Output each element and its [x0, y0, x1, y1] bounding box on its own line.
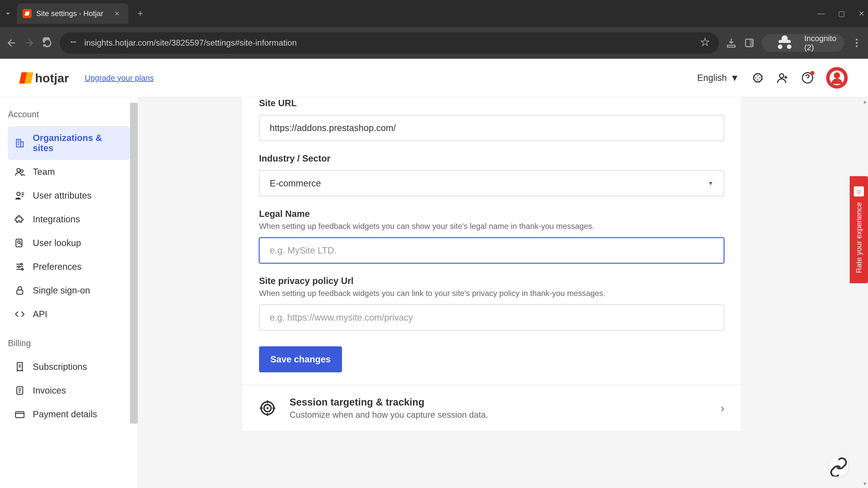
sidebar-item-label: Subscriptions: [33, 362, 87, 372]
svg-point-5: [856, 42, 858, 44]
sidebar-item-invoices[interactable]: Invoices: [8, 379, 130, 402]
chevron-down-icon: ▼: [708, 180, 714, 187]
svg-rect-11: [21, 142, 23, 147]
window-maximize-icon[interactable]: ▢: [838, 9, 845, 18]
invite-user-icon[interactable]: [776, 72, 789, 84]
team-icon: [15, 167, 25, 177]
feedback-tab[interactable]: Rate your experience ☺: [850, 176, 868, 283]
header-actions: English ▼: [697, 67, 848, 89]
svg-point-9: [834, 72, 840, 78]
app-body: Account Organizations & sites Team User …: [0, 97, 868, 488]
browser-toolbar: insights.hotjar.com/site/3825597/setting…: [0, 27, 868, 59]
sidebar-heading-account: Account: [8, 104, 130, 126]
card-icon: [15, 409, 25, 419]
invoice-icon: [15, 385, 25, 396]
site-url-input[interactable]: [259, 115, 724, 141]
save-button[interactable]: Save changes: [259, 346, 342, 372]
sidebar-item-label: User lookup: [33, 238, 81, 248]
sliders-icon: [15, 262, 25, 272]
url-bar[interactable]: insights.hotjar.com/site/3825597/setting…: [60, 32, 719, 54]
bookmark-icon[interactable]: [700, 37, 710, 49]
user-attributes-icon: [15, 191, 25, 201]
sidebar-item-team[interactable]: Team: [8, 160, 130, 184]
sidebar-heading-billing: Billing: [8, 333, 130, 355]
sidebar-item-label: Team: [33, 167, 55, 177]
integrations-icon[interactable]: [752, 72, 764, 84]
sidebar-scrollbar[interactable]: [130, 103, 138, 424]
tab-close-icon[interactable]: ×: [115, 9, 119, 18]
nav-reload-icon[interactable]: [42, 37, 53, 48]
legal-name-sublabel: When setting up feedback widgets you can…: [259, 222, 724, 231]
lookup-icon: [15, 238, 25, 248]
url-text: insights.hotjar.com/site/3825597/setting…: [84, 38, 693, 48]
sidebar-item-label: User attributes: [33, 191, 92, 201]
puzzle-icon: [15, 214, 25, 224]
incognito-badge[interactable]: Incognito (2): [762, 34, 844, 52]
site-info-icon[interactable]: [69, 38, 78, 48]
nav-back-icon[interactable]: [6, 37, 17, 48]
industry-select[interactable]: E-commerce ▼: [259, 170, 724, 196]
browser-tab[interactable]: Site settings - Hotjar ×: [17, 3, 128, 24]
sidebar-item-preferences[interactable]: Preferences: [8, 255, 130, 279]
svg-point-16: [18, 241, 20, 243]
scroll-down-icon[interactable]: ▾: [864, 481, 866, 487]
upgrade-link[interactable]: Upgrade your plans: [85, 73, 154, 83]
sidebar-item-label: Organizations & sites: [33, 133, 123, 153]
avatar-icon: [830, 70, 844, 85]
lock-icon: [15, 285, 25, 295]
browser-menu-icon[interactable]: [851, 37, 862, 48]
target-icon: [259, 400, 276, 417]
sidebar-item-label: Payment details: [33, 409, 97, 419]
sidebar-item-user-attributes[interactable]: User attributes: [8, 184, 130, 207]
chevron-down-icon: ▼: [730, 73, 739, 83]
sidebar-item-payment-details[interactable]: Payment details: [8, 402, 130, 426]
svg-rect-3: [750, 39, 753, 46]
new-tab-button[interactable]: +: [137, 8, 143, 19]
sidebar-item-label: Single sign-on: [33, 285, 90, 295]
svg-point-14: [17, 192, 20, 196]
logo-text: hotjar: [35, 71, 69, 85]
language-selector[interactable]: English ▼: [697, 73, 739, 83]
main-scrollbar[interactable]: ▴ ▾: [860, 97, 868, 488]
reader-icon[interactable]: [744, 37, 755, 48]
sidebar-item-subscriptions[interactable]: Subscriptions: [8, 355, 130, 379]
sidebar-item-organizations[interactable]: Organizations & sites: [8, 126, 130, 160]
sidebar-item-integrations[interactable]: Integrations: [8, 207, 130, 231]
feedback-label: Rate your experience: [855, 202, 863, 273]
app-header: hotjar Upgrade your plans English ▼: [0, 59, 868, 97]
feedback-smiley-icon: ☺: [854, 186, 864, 197]
svg-point-13: [21, 170, 23, 172]
sidebar-item-label: Integrations: [33, 214, 80, 224]
industry-label: Industry / Sector: [259, 153, 724, 164]
sidebar-item-sso[interactable]: Single sign-on: [8, 279, 130, 302]
nav-forward-icon[interactable]: [24, 37, 35, 48]
session-tracking-card[interactable]: Session targeting & tracking Customize w…: [242, 385, 741, 431]
downloads-icon[interactable]: [725, 37, 737, 48]
sidebar: Account Organizations & sites Team User …: [0, 97, 138, 488]
scroll-up-icon[interactable]: ▴: [864, 98, 866, 105]
chevron-right-icon: ›: [721, 402, 724, 414]
main-content: Site URL Industry / Sector E-commerce ▼ …: [138, 97, 868, 488]
sidebar-item-api[interactable]: API: [8, 302, 130, 326]
privacy-input[interactable]: [259, 304, 724, 330]
user-avatar[interactable]: [826, 67, 848, 89]
window-close-icon[interactable]: ✕: [859, 9, 865, 18]
app-root: hotjar Upgrade your plans English ▼: [0, 59, 868, 488]
logo-icon: [20, 72, 32, 84]
tabs-dropdown-icon[interactable]: [3, 9, 12, 18]
window-minimize-icon[interactable]: —: [817, 9, 825, 18]
logo[interactable]: hotjar: [20, 71, 69, 85]
svg-rect-20: [17, 290, 23, 294]
sidebar-item-label: Invoices: [33, 385, 66, 396]
svg-rect-22: [16, 412, 24, 418]
tab-title: Site settings - Hotjar: [36, 9, 103, 18]
sidebar-item-user-lookup[interactable]: User lookup: [8, 231, 130, 255]
help-icon[interactable]: [801, 72, 814, 84]
receipt-icon: [15, 362, 25, 372]
site-info-card: Site URL Industry / Sector E-commerce ▼ …: [242, 97, 741, 385]
svg-point-6: [856, 45, 858, 47]
svg-point-17: [21, 263, 22, 265]
language-label: English: [697, 73, 727, 83]
legal-name-input[interactable]: [259, 237, 724, 263]
copy-link-button[interactable]: [829, 456, 849, 477]
